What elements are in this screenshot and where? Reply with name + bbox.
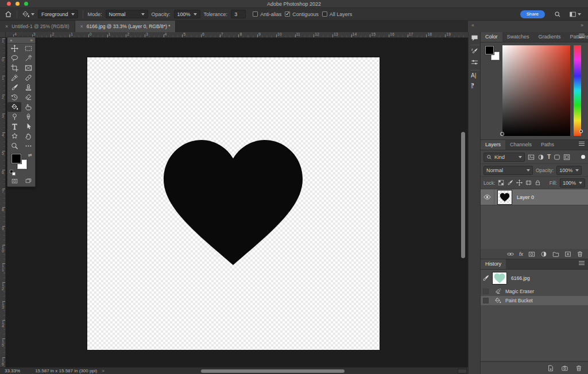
filter-smart-objects-icon[interactable]: [563, 154, 570, 161]
resize-gripper[interactable]: [458, 369, 467, 373]
collapse-panels-icon[interactable]: »: [581, 22, 583, 28]
layer-thumbnail[interactable]: [498, 190, 512, 204]
lock-position-icon[interactable]: [516, 180, 523, 186]
checkbox-icon[interactable]: [253, 11, 258, 17]
tool-type[interactable]: [7, 122, 21, 131]
foreground-color-swatch[interactable]: [485, 46, 494, 54]
tool-crop[interactable]: [7, 63, 21, 73]
panel-menu-icon[interactable]: [579, 36, 585, 37]
layer-row[interactable]: Layer 0: [481, 189, 588, 205]
vertical-ruler[interactable]: 101234567891 01 11 21 31 41 51 6: [0, 32, 6, 367]
color-picker-marker[interactable]: [500, 132, 504, 136]
screen-mode-icon[interactable]: [25, 178, 32, 184]
tool-more-tools[interactable]: [21, 141, 35, 151]
link-layers-icon[interactable]: [507, 251, 514, 258]
tool-path-selection[interactable]: [21, 122, 35, 131]
filter-shape-layers-icon[interactable]: [554, 154, 560, 161]
collapse-panels-icon[interactable]: «: [471, 22, 474, 28]
tool-magic-wand[interactable]: [21, 53, 35, 63]
layers-opacity-dropdown[interactable]: 100%: [556, 166, 582, 175]
tab-close-icon[interactable]: ×: [80, 24, 83, 29]
history-item-paint-bucket[interactable]: Paint Bucket: [481, 296, 588, 305]
new-adjustment-layer-icon[interactable]: [540, 251, 547, 258]
checkbox-contiguous[interactable]: Contiguous: [285, 11, 319, 17]
lock-image-pixels-icon[interactable]: [507, 180, 513, 186]
tool-lasso[interactable]: [7, 53, 21, 63]
tool-spot-healing-brush[interactable]: [21, 73, 35, 83]
tolerance-input[interactable]: 3: [231, 10, 246, 18]
tool-pen[interactable]: [21, 112, 35, 122]
tool-eyedropper[interactable]: [7, 73, 21, 83]
document-tab[interactable]: ×Untitled-1 @ 25% (RGB/8): [0, 21, 75, 32]
vertical-scrollbar[interactable]: [461, 132, 465, 258]
mode-dropdown[interactable]: Normal: [106, 10, 148, 18]
tab-channels[interactable]: Channels: [505, 140, 536, 150]
tool-dodge[interactable]: [7, 112, 21, 122]
opacity-dropdown[interactable]: 100%: [174, 10, 200, 18]
layer-style-fx-icon[interactable]: fx: [519, 251, 523, 257]
history-source-well[interactable]: [483, 289, 489, 294]
zoom-level-field[interactable]: 33.33%: [5, 368, 20, 373]
tab-paths[interactable]: Paths: [536, 140, 559, 150]
new-document-from-state-icon[interactable]: [547, 365, 554, 372]
swap-colors-icon[interactable]: ⇄: [28, 153, 32, 158]
tool-history-brush[interactable]: [7, 92, 21, 102]
checkbox-icon[interactable]: [322, 11, 327, 17]
tool-brush[interactable]: [7, 83, 21, 92]
tool-hand[interactable]: [21, 131, 35, 141]
tool-paint-bucket[interactable]: [7, 102, 21, 112]
layer-visibility-eye-icon[interactable]: [481, 189, 494, 205]
workspace-switcher-icon[interactable]: [569, 11, 581, 18]
fill-dropdown[interactable]: 100%: [560, 178, 585, 188]
lock-transparent-pixels-icon[interactable]: [498, 180, 504, 186]
tool-preset-dropdown[interactable]: Foreground: [38, 10, 78, 18]
tab-color[interactable]: Color: [481, 32, 502, 42]
tab-swatches[interactable]: Swatches: [502, 32, 534, 42]
blend-mode-dropdown[interactable]: Normal: [483, 166, 533, 175]
close-palette-icon[interactable]: ×: [10, 38, 13, 43]
panel-menu-icon[interactable]: [579, 143, 585, 145]
brush-settings-panel-icon[interactable]: [471, 48, 478, 55]
paragraph-panel-icon[interactable]: ¶: [471, 83, 474, 89]
tool-custom-shape[interactable]: [7, 131, 21, 141]
share-button[interactable]: Share: [520, 10, 545, 18]
add-layer-mask-icon[interactable]: [528, 251, 535, 258]
hue-slider[interactable]: [574, 45, 581, 136]
document-tab[interactable]: ×6166.jpg @ 33.3% (Layer 0, RGB/8*) *: [75, 21, 176, 32]
tool-smudge[interactable]: [21, 102, 35, 112]
tab-close-icon[interactable]: ×: [5, 24, 8, 29]
layer-filter-kind-dropdown[interactable]: Kind: [483, 153, 525, 162]
checkbox-icon[interactable]: [285, 11, 290, 17]
collapse-palette-icon[interactable]: »: [30, 38, 33, 43]
history-snapshot-row[interactable]: 6166.jpg: [481, 270, 588, 287]
document-canvas[interactable]: [87, 57, 380, 350]
new-group-folder-icon[interactable]: [552, 251, 559, 258]
history-brush-source-icon[interactable]: [481, 275, 491, 282]
quick-mask-mode-icon[interactable]: [11, 178, 18, 184]
hue-slider-marker[interactable]: [579, 130, 583, 133]
lock-artboard-icon[interactable]: [525, 180, 532, 186]
tool-rectangular-marquee[interactable]: [21, 44, 35, 53]
horizontal-scrollbar[interactable]: [201, 369, 345, 373]
tool-move[interactable]: [7, 44, 21, 53]
history-source-well[interactable]: [483, 298, 489, 303]
comments-panel-icon[interactable]: [471, 34, 478, 42]
delete-state-trash-icon[interactable]: [575, 365, 582, 372]
tool-eraser[interactable]: [21, 92, 35, 102]
tab-history[interactable]: History: [481, 259, 506, 269]
search-icon[interactable]: [554, 11, 561, 18]
foreground-color-swatch[interactable]: [11, 154, 21, 163]
horizontal-ruler[interactable]: 4321012345678910111213141516171819: [6, 32, 468, 38]
filter-toggle-icon[interactable]: [581, 155, 585, 159]
tool-clone-stamp[interactable]: [21, 83, 35, 92]
lock-all-icon[interactable]: [535, 180, 541, 186]
tab-patterns[interactable]: Patterns: [566, 32, 588, 42]
tool-zoom[interactable]: [7, 141, 21, 151]
checkbox-all-layers[interactable]: All Layers: [322, 11, 353, 17]
home-icon[interactable]: [5, 10, 12, 18]
tool-frame[interactable]: [21, 63, 35, 73]
filter-type-layers-icon[interactable]: T: [547, 154, 551, 160]
tool-presets-panel-icon[interactable]: [471, 59, 478, 66]
history-item-magic-eraser[interactable]: Magic Eraser: [481, 287, 588, 296]
filter-pixel-layers-icon[interactable]: [528, 154, 535, 161]
